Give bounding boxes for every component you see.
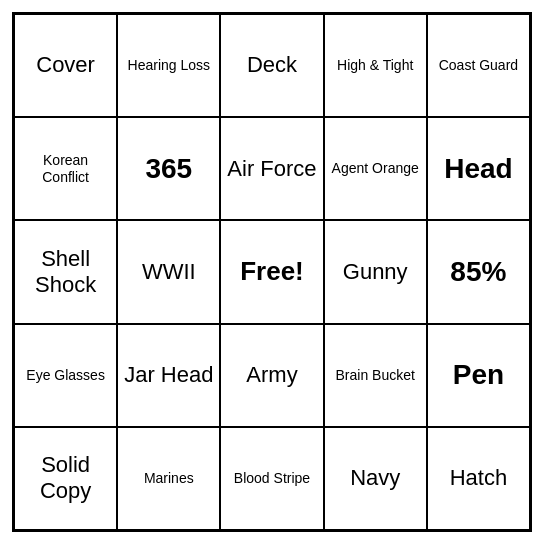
cell-text-12: Free!	[240, 256, 304, 287]
cell-text-23: Navy	[350, 465, 400, 491]
cell-text-15: Eye Glasses	[26, 367, 105, 384]
bingo-cell-11[interactable]: WWII	[117, 220, 220, 323]
cell-text-22: Blood Stripe	[234, 470, 310, 487]
bingo-cell-17[interactable]: Army	[220, 324, 323, 427]
cell-text-4: Coast Guard	[439, 57, 518, 74]
cell-text-16: Jar Head	[124, 362, 213, 388]
cell-text-9: Head	[444, 152, 512, 186]
bingo-cell-8[interactable]: Agent Orange	[324, 117, 427, 220]
cell-text-20: Solid Copy	[19, 452, 112, 505]
bingo-cell-2[interactable]: Deck	[220, 14, 323, 117]
bingo-cell-9[interactable]: Head	[427, 117, 530, 220]
cell-text-7: Air Force	[227, 156, 316, 182]
cell-text-5: Korean Conflict	[19, 152, 112, 186]
cell-text-0: Cover	[36, 52, 95, 78]
cell-text-21: Marines	[144, 470, 194, 487]
bingo-cell-7[interactable]: Air Force	[220, 117, 323, 220]
bingo-cell-13[interactable]: Gunny	[324, 220, 427, 323]
cell-text-11: WWII	[142, 259, 196, 285]
bingo-cell-14[interactable]: 85%	[427, 220, 530, 323]
cell-text-19: Pen	[453, 358, 504, 392]
bingo-cell-6[interactable]: 365	[117, 117, 220, 220]
cell-text-8: Agent Orange	[332, 160, 419, 177]
bingo-cell-10[interactable]: Shell Shock	[14, 220, 117, 323]
bingo-cell-4[interactable]: Coast Guard	[427, 14, 530, 117]
bingo-cell-0[interactable]: Cover	[14, 14, 117, 117]
bingo-cell-24[interactable]: Hatch	[427, 427, 530, 530]
bingo-cell-1[interactable]: Hearing Loss	[117, 14, 220, 117]
bingo-cell-16[interactable]: Jar Head	[117, 324, 220, 427]
bingo-cell-15[interactable]: Eye Glasses	[14, 324, 117, 427]
bingo-cell-3[interactable]: High & Tight	[324, 14, 427, 117]
cell-text-2: Deck	[247, 52, 297, 78]
bingo-cell-20[interactable]: Solid Copy	[14, 427, 117, 530]
cell-text-14: 85%	[450, 255, 506, 289]
cell-text-3: High & Tight	[337, 57, 413, 74]
bingo-cell-18[interactable]: Brain Bucket	[324, 324, 427, 427]
bingo-cell-21[interactable]: Marines	[117, 427, 220, 530]
cell-text-17: Army	[246, 362, 297, 388]
cell-text-13: Gunny	[343, 259, 408, 285]
cell-text-18: Brain Bucket	[336, 367, 415, 384]
bingo-cell-5[interactable]: Korean Conflict	[14, 117, 117, 220]
cell-text-6: 365	[145, 152, 192, 186]
cell-text-24: Hatch	[450, 465, 507, 491]
bingo-cell-19[interactable]: Pen	[427, 324, 530, 427]
cell-text-1: Hearing Loss	[128, 57, 211, 74]
cell-text-10: Shell Shock	[19, 246, 112, 299]
bingo-cell-12[interactable]: Free!	[220, 220, 323, 323]
bingo-cell-23[interactable]: Navy	[324, 427, 427, 530]
bingo-cell-22[interactable]: Blood Stripe	[220, 427, 323, 530]
bingo-card: CoverHearing LossDeckHigh & TightCoast G…	[12, 12, 532, 532]
